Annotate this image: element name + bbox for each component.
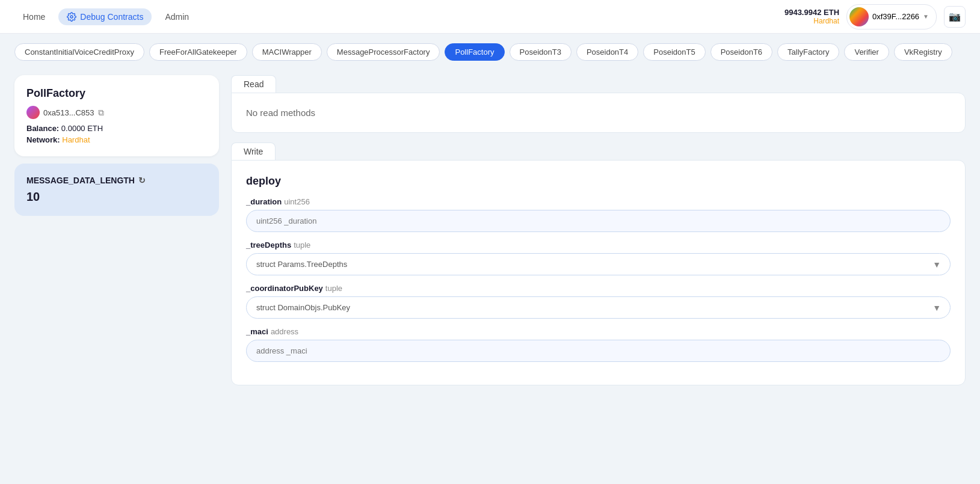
copy-icon[interactable]: ⧉ [98, 108, 104, 118]
param-row-coordinatorPubKey: _coordinatorPubKeytuplestruct DomainObjs… [246, 284, 951, 319]
network-row: Network: Hardhat [26, 135, 207, 144]
read-tab[interactable]: Read [231, 75, 276, 93]
no-methods-text: No read methods [246, 108, 951, 118]
write-section: Write deploy _durationuint256_treeDepths… [231, 142, 966, 385]
chevron-down-icon: ▼ [923, 13, 929, 20]
contract-tab-TallyFactory[interactable]: TallyFactory [777, 43, 839, 61]
contract-tab-MACIWrapper[interactable]: MACIWrapper [252, 43, 322, 61]
param-label-coordinatorPubKey: _coordinatorPubKeytuple [246, 284, 951, 293]
camera-icon: 📷 [949, 11, 961, 22]
param-row-duration: _durationuint256 [246, 197, 951, 232]
param-row-maci: _maciaddress [246, 327, 951, 362]
contract-tab-PoseidonT6[interactable]: PoseidonT6 [710, 43, 772, 61]
contract-tab-ConstantInitialVoiceCreditProxy[interactable]: ConstantInitialVoiceCreditProxy [14, 43, 144, 61]
param-select-wrapper-coordinatorPubKey: struct DomainObjs.PubKey▼ [246, 296, 951, 319]
contract-tab-PoseidonT3[interactable]: PoseidonT3 [510, 43, 572, 61]
param-input-duration[interactable] [246, 210, 951, 232]
contract-name: PollFactory [26, 87, 207, 100]
contract-tab-PoseidonT5[interactable]: PoseidonT5 [643, 43, 705, 61]
nav-home[interactable]: Home [14, 8, 54, 25]
nav-right: 9943.9942 ETH Hardhat 0xf39F...2266 ▼ 📷 [784, 4, 966, 29]
left-panel: PollFactory 0xa513...C853 ⧉ Balance: 0.0… [14, 75, 219, 385]
contract-tab-PollFactory[interactable]: PollFactory [445, 43, 504, 61]
contract-tab-PoseidonT4[interactable]: PoseidonT4 [576, 43, 638, 61]
eth-balance: 9943.9942 ETH Hardhat [784, 8, 839, 25]
nav-admin[interactable]: Admin [156, 8, 197, 25]
contract-tabs: ConstantInitialVoiceCreditProxyFreeForAl… [0, 34, 980, 66]
read-section: Read No read methods [231, 75, 966, 133]
contract-tab-VkRegistry[interactable]: VkRegistry [894, 43, 952, 61]
write-content: deploy _durationuint256_treeDepthstuples… [231, 160, 966, 385]
data-card-value: 10 [26, 190, 207, 204]
camera-button[interactable]: 📷 [944, 6, 966, 28]
nav-debug-contracts[interactable]: Debug Contracts [58, 8, 152, 25]
contract-info-card: PollFactory 0xa513...C853 ⧉ Balance: 0.0… [14, 75, 219, 156]
contract-address-row: 0xa513...C853 ⧉ [26, 106, 207, 119]
param-label-treeDepths: _treeDepthstuple [246, 240, 951, 250]
navbar: Home Debug Contracts Admin 9943.9942 ETH… [0, 0, 980, 34]
address-text: 0xa513...C853 [43, 108, 94, 117]
param-select-treeDepths[interactable]: struct Params.TreeDepths [246, 253, 951, 275]
contract-tab-MessageProcessorFactory[interactable]: MessageProcessorFactory [327, 43, 440, 61]
nav-links: Home Debug Contracts Admin [14, 8, 784, 25]
param-label-maci: _maciaddress [246, 327, 951, 336]
param-row-treeDepths: _treeDepthstuplestruct Params.TreeDepths… [246, 240, 951, 275]
params-container: _durationuint256_treeDepthstuplestruct P… [246, 197, 951, 362]
param-input-maci[interactable] [246, 340, 951, 362]
contract-tab-FreeForAllGatekeeper[interactable]: FreeForAllGatekeeper [149, 43, 247, 61]
param-select-coordinatorPubKey[interactable]: struct DomainObjs.PubKey [246, 296, 951, 319]
svg-point-0 [70, 16, 73, 18]
right-panel: Read No read methods Write deploy _durat… [231, 75, 966, 385]
address-icon [26, 106, 40, 119]
avatar [849, 7, 869, 26]
param-select-wrapper-treeDepths: struct Params.TreeDepths▼ [246, 253, 951, 275]
balance-row: Balance: 0.0000 ETH [26, 124, 207, 133]
main-layout: PollFactory 0xa513...C853 ⧉ Balance: 0.0… [0, 66, 980, 395]
contract-tab-Verifier[interactable]: Verifier [844, 43, 889, 61]
debug-icon [67, 12, 76, 22]
method-name: deploy [246, 175, 951, 188]
wallet-button[interactable]: 0xf39F...2266 ▼ [846, 4, 937, 29]
refresh-icon[interactable]: ↻ [138, 176, 146, 185]
data-card-title: MESSAGE_DATA_LENGTH ↻ [26, 176, 207, 185]
param-label-duration: _durationuint256 [246, 197, 951, 206]
data-card: MESSAGE_DATA_LENGTH ↻ 10 [14, 164, 219, 216]
write-tab[interactable]: Write [231, 142, 276, 160]
read-content: No read methods [231, 93, 966, 133]
